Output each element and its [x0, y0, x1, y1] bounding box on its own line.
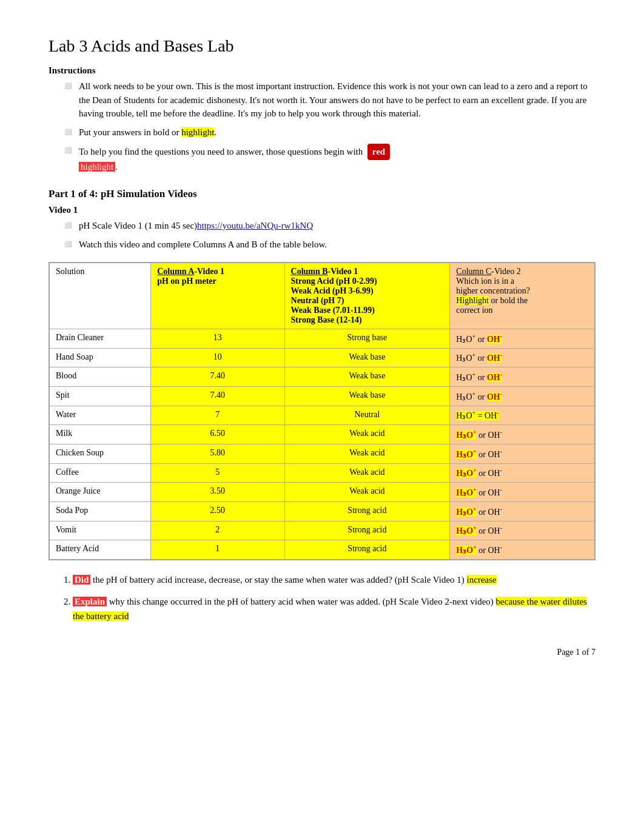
col-c-value: H₃O+ or OH-: [450, 329, 595, 349]
video-bullet-1: pH Scale Video 1 (1 min 45 sec)https://y…: [67, 219, 595, 233]
col-c-value: H₃O+ or OH-: [450, 521, 595, 540]
instructions-heading: Instructions: [49, 65, 595, 76]
col-b-value: Weak acid: [284, 463, 450, 483]
table-row: Vomit2Strong acidH₃O+ or OH-: [50, 521, 595, 540]
col-a-header: Column A-Video 1pH on pH meter: [151, 263, 284, 329]
table-header-row: Solution Column A-Video 1pH on pH meter …: [50, 263, 595, 329]
table-row: Battery Acid1Strong acidH₃O+ or OH-: [50, 540, 595, 560]
col-a-value: 13: [151, 329, 284, 349]
col-c-header: Column C-Video 2 Which ion is in a highe…: [450, 263, 595, 329]
q2-label: Explain: [73, 597, 107, 606]
question-1: Did the pH of battery acid increase, dec…: [73, 572, 595, 587]
col-b-value: Weak base: [284, 367, 450, 387]
table-row: Water7NeutralH₃O+ = OH-: [50, 406, 595, 425]
col-c-value: H₃O+ or OH-: [450, 367, 595, 387]
col-b-value: Weak acid: [284, 444, 450, 463]
col-c-value: H₃O+ or OH-: [450, 348, 595, 367]
table-row: Spit7.40Weak baseH₃O+ or OH-: [50, 386, 595, 406]
video-link[interactable]: https://youtu.be/aNQu-rw1kNQ: [197, 221, 313, 230]
video-label: Video 1: [49, 205, 595, 215]
instruction-item-1: All work needs to be your own. This is t…: [67, 79, 595, 121]
col-c-value: H₃O+ or OH-: [450, 386, 595, 406]
col-b-value: Strong base: [284, 329, 450, 349]
solution-name: Spit: [50, 386, 151, 406]
col-a-value: 5.80: [151, 444, 284, 463]
table-row: Orange Juice3.50Weak acidH₃O+ or OH-: [50, 483, 595, 502]
question-2: Explain why this change occurred in the …: [73, 594, 595, 623]
highlight-colc: Highlight: [456, 296, 489, 305]
video-bullet-2: Watch this video and complete Columns A …: [67, 238, 595, 252]
col-c-value: H₃O+ or OH-: [450, 540, 595, 560]
data-table: Solution Column A-Video 1pH on pH meter …: [49, 263, 595, 560]
col-a-value: 1: [151, 540, 284, 560]
solution-name: Battery Acid: [50, 540, 151, 560]
col-a-value: 6.50: [151, 425, 284, 444]
questions-section: Did the pH of battery acid increase, dec…: [61, 572, 595, 623]
col-c-value: H₃O+ or OH-: [450, 463, 595, 483]
col-c-value: H₃O+ or OH-: [450, 501, 595, 521]
q1-answer: increase: [467, 575, 497, 585]
table-row: Blood7.40Weak baseH₃O+ or OH-: [50, 367, 595, 387]
col-solution-header: Solution: [50, 263, 151, 329]
solution-name: Chicken Soup: [50, 444, 151, 463]
solution-name: Soda Pop: [50, 501, 151, 521]
table-row: Milk6.50Weak acidH₃O+ or OH-: [50, 425, 595, 444]
highlight-yellow-example: highlight: [181, 127, 214, 137]
table-row: Coffee5Weak acidH₃O+ or OH-: [50, 463, 595, 483]
data-table-container: Solution Column A-Video 1pH on pH meter …: [49, 262, 595, 560]
col-b-value: Weak acid: [284, 425, 450, 444]
col-a-value: 7.40: [151, 367, 284, 387]
col-a-value: 7.40: [151, 386, 284, 406]
instructions-section: Instructions All work needs to be your o…: [49, 65, 595, 173]
instruction-item-3: To help you find the questions you need …: [67, 144, 595, 173]
col-c-value: H₃O+ = OH-: [450, 406, 595, 425]
solution-name: Blood: [50, 367, 151, 387]
table-row: Chicken Soup5.80Weak acidH₃O+ or OH-: [50, 444, 595, 463]
instruction-item-2: Put your answers in bold or highlight.: [67, 126, 595, 139]
col-c-value: H₃O+ or OH-: [450, 444, 595, 463]
solution-name: Milk: [50, 425, 151, 444]
table-row: Hand Soap10Weak baseH₃O+ or OH-: [50, 348, 595, 367]
table-row: Drain Cleaner13Strong baseH₃O+ or OH-: [50, 329, 595, 349]
table-body: Drain Cleaner13Strong baseH₃O+ or OH-Han…: [50, 329, 595, 560]
solution-name: Water: [50, 406, 151, 425]
col-a-value: 2.50: [151, 501, 284, 521]
table-row: Soda Pop2.50Strong acidH₃O+ or OH-: [50, 501, 595, 521]
solution-name: Orange Juice: [50, 483, 151, 502]
solution-name: Hand Soap: [50, 348, 151, 367]
col-b-value: Neutral: [284, 406, 450, 425]
solution-name: Coffee: [50, 463, 151, 483]
col-b-value: Strong acid: [284, 501, 450, 521]
video-bullets: pH Scale Video 1 (1 min 45 sec)https://y…: [67, 219, 595, 251]
page-title: Lab 3 Acids and Bases Lab: [49, 36, 595, 56]
col-c-value: H₃O+ or OH-: [450, 483, 595, 502]
solution-name: Drain Cleaner: [50, 329, 151, 349]
page-footer: Page 1 of 7: [49, 648, 595, 657]
col-a-value: 3.50: [151, 483, 284, 502]
solution-name: Vomit: [50, 521, 151, 540]
col-b-value: Weak acid: [284, 483, 450, 502]
questions-list: Did the pH of battery acid increase, dec…: [61, 572, 595, 623]
col-a-value: 2: [151, 521, 284, 540]
col-b-value: Strong acid: [284, 540, 450, 560]
video-section: Video 1 pH Scale Video 1 (1 min 45 sec)h…: [49, 205, 595, 251]
instructions-list: All work needs to be your own. This is t…: [67, 79, 595, 173]
col-a-value: 5: [151, 463, 284, 483]
col-b-value: Strong acid: [284, 521, 450, 540]
q1-label: Did: [73, 575, 90, 585]
col-b-value: Weak base: [284, 348, 450, 367]
col-b-header: Column B-Video 1 Strong Acid (pH 0-2.99)…: [284, 263, 450, 329]
col-a-value: 10: [151, 348, 284, 367]
red-highlight-badge: red: [367, 144, 390, 160]
col-a-value: 7: [151, 406, 284, 425]
part-heading: Part 1 of 4: pH Simulation Videos: [49, 188, 595, 200]
col-c-value: H₃O+ or OH-: [450, 425, 595, 444]
col-b-value: Weak base: [284, 386, 450, 406]
highlight-text: highlight: [79, 162, 115, 172]
